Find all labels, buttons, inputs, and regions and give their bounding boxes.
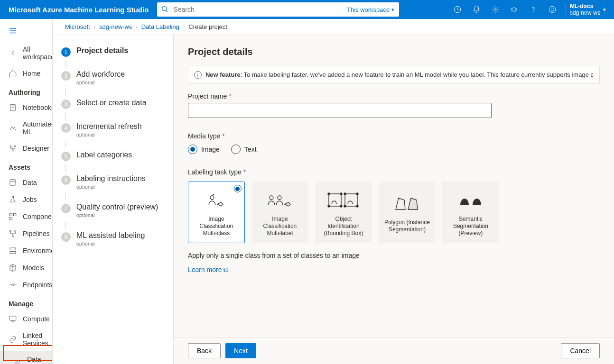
next-button[interactable]: Next — [225, 343, 256, 358]
task-type-label: Labeling task type — [188, 168, 242, 176]
hamburger-icon[interactable] — [0, 22, 52, 41]
cancel-button[interactable]: Cancel — [561, 343, 600, 358]
task-card-polygon[interactable]: Polygon (Instance Segmentation) — [379, 182, 436, 243]
task-card-multiclass[interactable]: Image Classification Multi-class — [188, 182, 245, 243]
info-icon: i — [194, 71, 202, 79]
svg-point-39 — [344, 205, 346, 207]
sidebar-notebooks[interactable]: Notebooks — [0, 99, 52, 116]
step-7[interactable]: 7Quality control (preview)optional — [61, 203, 165, 218]
search-scope[interactable]: This workspace ▾ — [342, 6, 399, 13]
sidebar-pipelines[interactable]: Pipelines — [0, 225, 52, 242]
bell-icon[interactable] — [467, 0, 486, 19]
breadcrumbs: Microsoft› sdg-new-ws› Data Labeling› Cr… — [53, 19, 614, 35]
back-button[interactable]: Back — [188, 343, 221, 358]
search-box[interactable]: This workspace ▾ — [157, 2, 399, 17]
help-icon[interactable] — [524, 0, 543, 19]
media-text-radio[interactable]: Text — [231, 145, 257, 154]
media-type-label: Media type — [188, 132, 220, 140]
svg-point-21 — [9, 230, 11, 232]
step-4[interactable]: 4Incremental refreshoptional — [61, 122, 165, 137]
edit-icon — [13, 359, 21, 364]
svg-point-38 — [356, 193, 358, 195]
designer-icon — [9, 144, 17, 153]
step-2[interactable]: 2Add workforceoptional — [61, 70, 165, 85]
sidebar-jobs[interactable]: Jobs — [0, 191, 52, 208]
sidebar-home[interactable]: Home — [0, 65, 52, 82]
media-image-radio[interactable]: Image — [188, 145, 220, 154]
svg-point-7 — [553, 9, 554, 9]
svg-point-14 — [10, 146, 11, 147]
svg-point-4 — [533, 11, 534, 12]
project-name-input[interactable] — [188, 103, 492, 118]
clock-icon[interactable] — [448, 0, 467, 19]
sidebar: All workspaces Home Authoring Notebooks … — [0, 19, 53, 364]
step-8[interactable]: 8ML assisted labelingoptional — [61, 231, 165, 246]
pipeline-icon — [9, 229, 17, 238]
breadcrumb-microsoft[interactable]: Microsoft — [65, 23, 90, 30]
sidebar-automl[interactable]: Automated ML — [0, 116, 52, 140]
semantic-icon — [457, 188, 484, 212]
automl-icon — [9, 124, 17, 132]
topbar: Microsoft Azure Machine Learning Studio … — [0, 0, 614, 19]
sidebar-endpoints[interactable]: Endpoints — [0, 276, 52, 293]
sidebar-environments[interactable]: Environments — [0, 242, 52, 259]
account-menu[interactable]: ML-docs sdg-new-ws ▾ — [566, 3, 610, 17]
search-input[interactable] — [172, 5, 342, 14]
sidebar-linked[interactable]: Linked Services — [0, 328, 52, 351]
sidebar-compute[interactable]: Compute — [0, 310, 52, 328]
topbar-icons — [448, 0, 562, 19]
task-description: Apply only a single class from a set of … — [188, 252, 600, 259]
svg-point-6 — [551, 9, 551, 9]
svg-point-30 — [278, 196, 281, 200]
svg-point-34 — [328, 205, 330, 207]
database-icon — [9, 178, 17, 187]
svg-point-26 — [12, 284, 14, 286]
sidebar-data[interactable]: Data — [0, 174, 52, 191]
external-link-icon: ⧉ — [223, 266, 228, 273]
svg-rect-31 — [329, 194, 341, 206]
svg-point-29 — [270, 196, 273, 200]
step-3[interactable]: 3Select or create data — [61, 99, 165, 109]
svg-rect-27 — [9, 316, 16, 320]
svg-rect-11 — [10, 104, 16, 111]
breadcrumb-workspace[interactable]: sdg-new-ws — [99, 23, 132, 30]
sidebar-designer[interactable]: Designer — [0, 140, 52, 157]
link-icon — [9, 335, 17, 344]
svg-rect-19 — [14, 213, 16, 216]
megaphone-icon[interactable] — [505, 0, 524, 19]
sidebar-data-labeling[interactable]: Data Labeling — [0, 351, 52, 364]
page-title: Project details — [188, 46, 600, 57]
learn-more-link[interactable]: Learn more ⧉ — [188, 266, 228, 273]
step-5[interactable]: 5Label categories — [61, 151, 165, 161]
svg-point-17 — [10, 179, 16, 182]
breadcrumb-datalabeling[interactable]: Data Labeling — [141, 23, 179, 30]
task-card-multilabel[interactable]: Image Classification Multi-label — [251, 182, 308, 243]
sidebar-models[interactable]: Models — [0, 259, 52, 276]
sidebar-components[interactable]: Components — [0, 208, 52, 225]
svg-point-15 — [14, 146, 16, 147]
wizard-steps: 1Project details 2Add workforceoptional … — [53, 35, 174, 364]
step-6[interactable]: 6Labeling instructionsoptional — [61, 174, 165, 190]
sidebar-group-assets: Assets — [0, 157, 52, 174]
svg-point-33 — [340, 193, 342, 195]
svg-line-1 — [166, 10, 167, 11]
multilabel-icon — [266, 188, 294, 212]
gear-icon[interactable] — [486, 0, 505, 19]
svg-point-23 — [12, 236, 14, 237]
svg-point-16 — [12, 150, 14, 151]
smile-icon[interactable] — [543, 0, 562, 19]
svg-point-3 — [494, 9, 497, 11]
breadcrumb-current: Create project — [188, 23, 227, 30]
back-arrow-icon — [9, 49, 17, 57]
components-icon — [9, 212, 17, 221]
task-card-semantic[interactable]: Semantic Segmentation (Preview) — [442, 182, 499, 243]
svg-point-37 — [344, 193, 346, 195]
chevron-down-icon: ▾ — [603, 7, 606, 13]
svg-rect-18 — [9, 213, 12, 216]
sidebar-group-manage: Manage — [0, 293, 52, 310]
svg-rect-25 — [10, 252, 16, 254]
step-1[interactable]: 1Project details — [61, 46, 165, 57]
sidebar-all-workspaces[interactable]: All workspaces — [0, 41, 52, 65]
account-name: ML-docs — [570, 3, 600, 9]
task-card-bbox[interactable]: Object Identification (Bounding Box) — [315, 182, 372, 243]
